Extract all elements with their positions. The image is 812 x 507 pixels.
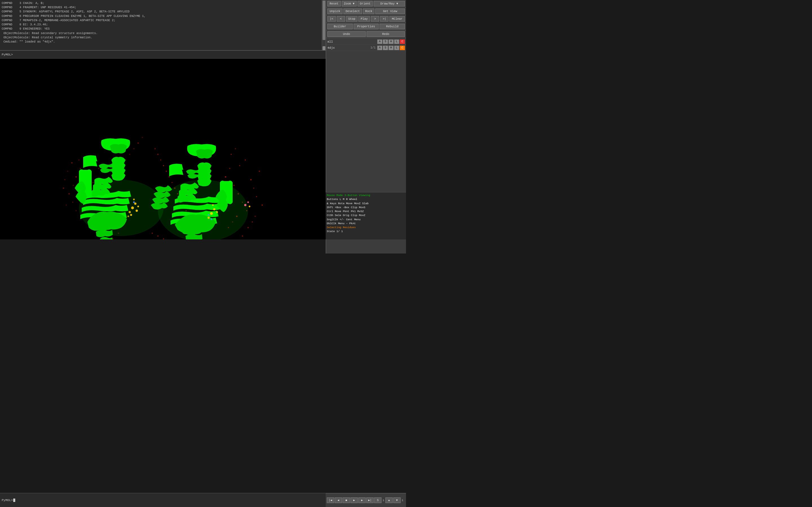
svg-point-39 <box>253 187 254 189</box>
svg-point-50 <box>242 235 243 237</box>
svg-point-85 <box>211 218 212 220</box>
deselect-button[interactable]: Deselect <box>343 8 362 14</box>
svg-point-83 <box>216 211 218 213</box>
svg-point-15 <box>66 205 67 206</box>
svg-point-17 <box>93 182 94 183</box>
svg-point-68 <box>163 238 164 239</box>
get-view-button[interactable]: Get View <box>375 8 405 14</box>
svg-point-87 <box>244 204 246 206</box>
builder-button[interactable]: Builder <box>327 24 353 29</box>
svg-point-43 <box>245 159 246 161</box>
obj-btn-s-all[interactable]: S <box>383 40 388 44</box>
mclear-button[interactable]: MClear <box>389 16 405 22</box>
svg-point-33 <box>229 168 231 169</box>
orient-button[interactable]: Orient <box>357 1 373 6</box>
toolbar-row-3: |< < Stop Play > >| MClear <box>326 15 406 23</box>
status-dbl: DblClk Menu – PkAt <box>327 222 405 226</box>
console-scrollbar-thumb[interactable] <box>322 1 325 40</box>
svg-point-74 <box>133 199 135 200</box>
obj-btn-l-all[interactable]: L <box>394 40 399 44</box>
svg-point-71 <box>134 203 137 205</box>
stop-button[interactable]: Stop <box>346 16 357 22</box>
obj-btn-s-4djx[interactable]: S <box>383 46 388 50</box>
object-row-all: all A S H L C <box>326 39 406 45</box>
svg-point-29 <box>133 148 135 149</box>
svg-point-28 <box>129 154 130 155</box>
svg-point-75 <box>130 214 132 216</box>
pymol-prompt-top[interactable]: PyMOL> <box>0 51 326 59</box>
forward-button[interactable]: > <box>371 16 379 22</box>
svg-point-42 <box>239 165 240 166</box>
status-mouse-mode: Mouse Mode 3-Button Viewing <box>327 193 405 198</box>
svg-point-11 <box>71 162 73 164</box>
svg-point-82 <box>207 217 210 219</box>
svg-point-4 <box>68 193 70 194</box>
svg-point-86 <box>208 214 209 216</box>
svg-point-80 <box>210 212 213 215</box>
redo-button[interactable]: Redo <box>366 31 405 37</box>
viewport[interactable] <box>0 59 326 239</box>
svg-point-72 <box>129 211 131 213</box>
svg-point-38 <box>250 179 252 180</box>
status-sngl: SnglClk +/- Cent Menu <box>327 218 405 222</box>
obj-btn-c-all[interactable]: C <box>400 40 405 44</box>
obj-btn-h-all[interactable]: H <box>389 40 394 44</box>
obj-btn-h-4djx[interactable]: H <box>389 46 394 50</box>
reset-button[interactable]: Reset <box>327 1 341 6</box>
rock-button[interactable]: Rock <box>363 8 374 14</box>
protein-structure <box>0 59 326 239</box>
svg-point-12 <box>67 171 68 172</box>
svg-point-3 <box>73 185 74 186</box>
svg-point-88 <box>247 202 249 203</box>
toolbar-row-5: Undo Redo <box>326 31 406 38</box>
svg-point-58 <box>166 171 167 172</box>
obj-btn-l-4djx[interactable]: L <box>394 46 399 50</box>
svg-point-60 <box>171 182 172 183</box>
console-scrollbar[interactable] <box>322 0 326 51</box>
object-list: all A S H L C 4djx 1/1 A S H L C <box>326 38 406 52</box>
console-scrollbar-bottom[interactable] <box>322 46 325 50</box>
rebuild-button[interactable]: Rebuild <box>379 24 405 29</box>
svg-point-6 <box>75 210 77 211</box>
svg-point-51 <box>231 154 232 155</box>
properties-button[interactable]: Properties <box>354 24 379 29</box>
svg-point-67 <box>157 235 159 237</box>
status-state: State 1/ 1 <box>327 230 405 233</box>
svg-point-40 <box>256 196 257 197</box>
svg-point-5 <box>72 202 73 203</box>
obj-btn-a-all[interactable]: A <box>377 40 382 44</box>
svg-point-18 <box>98 168 99 169</box>
svg-point-41 <box>259 171 260 172</box>
back-start-button[interactable]: |< <box>327 16 336 22</box>
obj-name-4djx[interactable]: 4djx <box>327 46 370 50</box>
svg-point-53 <box>262 205 263 206</box>
svg-point-32 <box>225 176 226 178</box>
pymol-prompt-top-label: PyMOL> <box>2 53 13 56</box>
svg-point-45 <box>252 221 253 223</box>
obj-btn-a-4djx[interactable]: A <box>377 46 382 50</box>
obj-name-all[interactable]: all <box>327 40 377 43</box>
svg-point-70 <box>131 207 134 209</box>
forward-end-button[interactable]: >| <box>380 16 389 22</box>
console-output: COMPND 3 CHAIN: A, B; COMPND 4 FRAGMENT:… <box>0 0 326 45</box>
svg-point-52 <box>235 148 236 149</box>
svg-point-31 <box>142 137 143 138</box>
back-button[interactable]: < <box>337 16 345 22</box>
svg-point-76 <box>128 216 129 217</box>
toolbar-row-2: Unpick Deselect Rock Get View <box>326 8 406 15</box>
zoom-button[interactable]: Zoom ▼ <box>342 1 357 6</box>
obj-btn-c-4djx[interactable]: C <box>400 46 405 50</box>
undo-button[interactable]: Undo <box>327 31 366 37</box>
svg-point-78 <box>133 202 135 203</box>
draw-ray-button[interactable]: Draw/Ray ▼ <box>373 1 405 6</box>
svg-point-44 <box>248 227 249 228</box>
svg-point-30 <box>138 143 139 144</box>
svg-point-81 <box>213 208 215 210</box>
unpick-button[interactable]: Unpick <box>327 8 343 14</box>
console-area: COMPND 3 CHAIN: A, B; COMPND 4 FRAGMENT:… <box>0 0 326 51</box>
svg-point-77 <box>136 210 138 212</box>
play-button[interactable]: Play <box>358 16 370 22</box>
toolbar-row-4: Builder Properties Rebuild <box>326 23 406 31</box>
svg-point-89 <box>249 206 250 207</box>
toolbar-row-1: Reset Zoom ▼ Orient Draw/Ray ▼ <box>326 0 406 8</box>
